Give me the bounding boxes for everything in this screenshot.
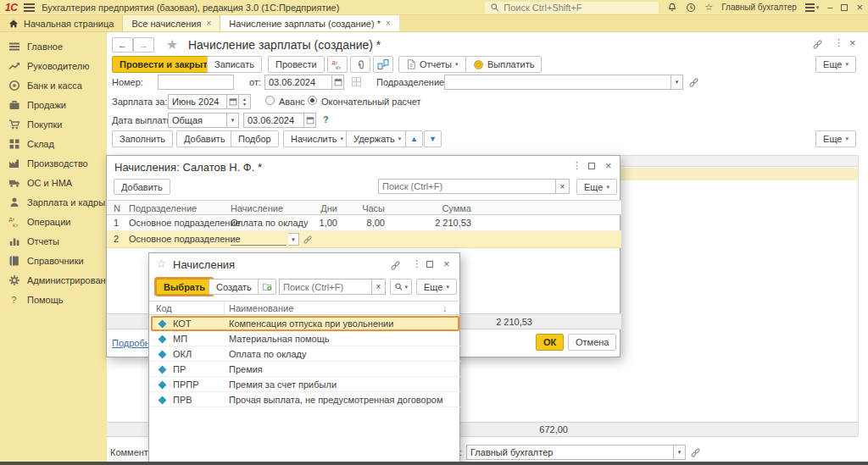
dialog-close-icon[interactable]: × [605,160,612,171]
tab-home[interactable]: Начальная страница [0,15,123,31]
search-options-button[interactable]: ▾ [390,279,412,295]
advance-radio[interactable] [265,96,275,105]
dialog-search-input[interactable] [279,279,372,295]
sidebar-item-operations[interactable]: ДтКт Операции [0,212,107,231]
pay-date-input[interactable] [243,113,304,128]
search-clear-icon[interactable]: × [556,179,570,194]
fill-button[interactable]: Заполнить [112,130,173,147]
history-clock-icon[interactable] [686,3,696,13]
maximize-icon[interactable] [841,4,848,11]
sidebar-item-catalogs[interactable]: Справочники [0,251,107,270]
hint-icon[interactable]: ? [323,114,329,125]
doc-date-input[interactable] [264,75,332,90]
list-item-kot[interactable]: КОТ Компенсация отпуска при увольнении [151,316,459,331]
ok-button[interactable]: ОК [536,334,564,351]
list-item-pr[interactable]: ПР Премия [149,362,461,377]
sidebar-item-help[interactable]: ? Помощь [0,290,107,309]
save-button[interactable]: Записать [207,56,262,73]
notifications-bell-icon[interactable] [667,3,677,13]
dialog-maximize-icon[interactable] [588,163,595,169]
dialog-more-button[interactable]: Еще▾ [576,179,617,195]
salary-month-input[interactable] [168,94,227,109]
post-button[interactable]: Провести [268,56,325,73]
more-menu-icon[interactable]: ⋮ [834,37,843,48]
dialog-more-button[interactable]: Еще▾ [416,279,457,295]
main-menu-icon[interactable] [24,3,35,12]
withhold-button[interactable]: Удержать▾ [346,130,409,147]
sidebar-item-main[interactable]: Главное [0,36,107,56]
list-item-prpr[interactable]: ПРПР Премия за счет прибыли [149,377,461,392]
dialog-more-icon[interactable]: ⋮ [572,160,581,171]
tab-close-icon[interactable]: × [386,19,391,28]
sidebar-item-reports[interactable]: Отчеты [0,231,107,251]
sidebar-item-salary-hr[interactable]: Зарплата и кадры [0,192,107,212]
pay-date-mode-input[interactable] [168,113,227,128]
tab-salary-accrual[interactable]: Начисление зарплаты (создание) * × [220,15,399,31]
calendar-icon[interactable] [227,94,239,109]
get-link-icon[interactable] [390,260,401,271]
reports-button[interactable]: Отчеты▾ [398,56,466,73]
dialog-maximize-icon[interactable] [426,261,433,268]
spin-down-icon[interactable]: ▾ [243,102,246,107]
accrual-edit-input[interactable] [231,233,287,246]
dialog-more-icon[interactable]: ⋮ [412,258,421,269]
forward-button[interactable]: → [133,37,154,53]
sidebar-item-bank-cash[interactable]: Банк и касса [0,75,107,95]
sidebar-item-purchases[interactable]: Покупки [0,114,107,134]
grid-row-editing[interactable]: 2 Основное подразделение ▾ [107,231,621,248]
sidebar-item-fixed-assets[interactable]: ОС и НМА [0,173,107,192]
table-more-button[interactable]: Еще▾ [815,130,856,147]
pay-date-mode-dropdown-icon[interactable]: ▾ [227,113,239,128]
open-link-icon[interactable] [690,447,701,458]
search-clear-icon[interactable]: × [372,279,386,295]
move-up-button[interactable]: ▲ [405,130,423,147]
move-down-button[interactable]: ▼ [424,130,442,147]
back-button[interactable]: ← [112,37,133,53]
department-dropdown-icon[interactable]: ▾ [671,75,683,90]
final-calc-radio[interactable] [308,96,317,105]
accrual-dropdown-icon[interactable]: ▾ [288,233,299,246]
favorites-star-icon[interactable]: ☆ [704,3,713,12]
grid-row[interactable]: 1 Основное подразделение Оплата по оклад… [107,215,621,231]
get-link-icon[interactable] [812,39,823,50]
sidebar-item-production[interactable]: Производство [0,153,107,173]
sort-desc-icon[interactable]: ↓ [442,303,448,313]
dialog-search-input[interactable] [378,179,556,194]
current-user[interactable]: Главный бухгалтер [721,3,797,12]
responsible-dropdown-icon[interactable]: ▾ [674,445,686,460]
sidebar-item-sales[interactable]: Продажи [0,95,107,114]
final-calc-radio-label[interactable]: Окончательный расчет [321,97,420,107]
add-row-button[interactable]: Добавить [176,130,233,147]
accrue-button[interactable]: Начислить▾ [283,130,351,147]
form-close-icon[interactable]: × [849,37,856,48]
dialog-add-button[interactable]: Добавить [114,179,170,195]
select-button[interactable]: Выбрать [156,279,213,295]
pick-button[interactable]: Подбор [231,130,279,147]
dtkt-postings-button[interactable]: ДтКт [327,56,348,73]
tab-all-accruals[interactable]: Все начисления × [123,15,220,31]
tab-close-icon[interactable]: × [207,19,212,28]
month-spinner[interactable]: ▴▾ [239,94,251,109]
open-link-icon[interactable] [303,235,313,245]
list-item-mp[interactable]: МП Материальная помощь [149,331,461,346]
favorite-star-icon[interactable]: ☆ [156,257,167,270]
attachments-button[interactable] [350,56,370,73]
department-input[interactable] [444,75,671,90]
cancel-button[interactable]: Отмена [568,334,616,351]
service-menu-icon[interactable]: ▾ [805,3,820,12]
create-button[interactable]: Создать [209,279,259,295]
global-search-input[interactable]: Поиск Ctrl+Shift+F [485,2,659,14]
number-input[interactable] [158,75,234,90]
list-item-prv[interactable]: ПРВ Прочая выплата, не предусмотренная д… [149,392,461,407]
dialog-close-icon[interactable]: × [443,258,450,269]
close-icon[interactable]: × [856,2,863,13]
form-more-button[interactable]: Еще▾ [815,56,856,73]
sidebar-item-manager[interactable]: Руководителю [0,56,107,75]
post-and-close-button[interactable]: Провести и закрыть [112,56,220,73]
sidebar-item-warehouse[interactable]: Склад [0,134,107,153]
related-documents-button[interactable] [373,56,393,73]
list-item-okl[interactable]: ОКЛ Оплата по окладу [149,346,461,362]
open-link-icon[interactable] [688,77,699,88]
responsible-input[interactable] [466,445,674,460]
pay-button[interactable]: Выплатить [465,56,542,73]
